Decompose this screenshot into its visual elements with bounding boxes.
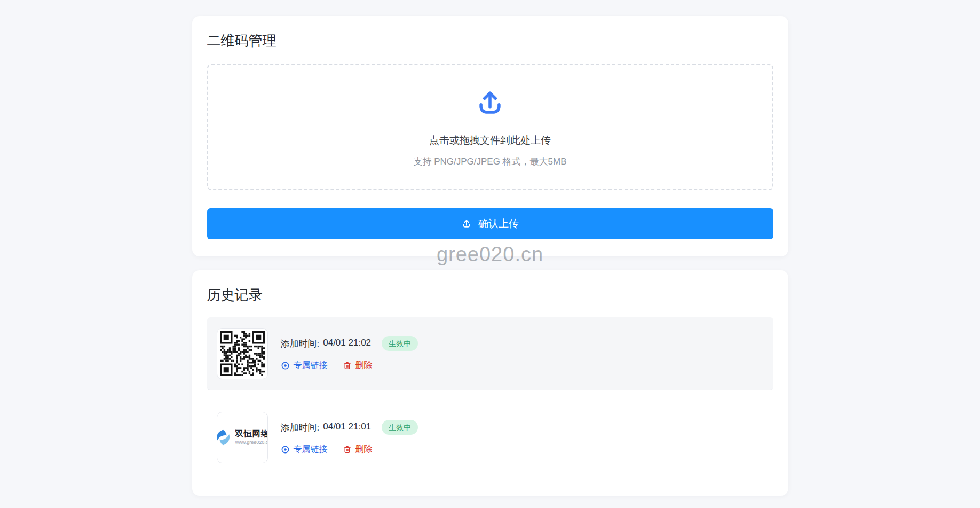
upload-icon <box>475 87 505 120</box>
confirm-upload-button[interactable]: 确认上传 <box>207 208 773 239</box>
history-item: 添加时间: 04/01 21:02 生效中 专属链接 <box>207 317 773 390</box>
upload-button-icon <box>461 218 472 229</box>
added-time-label: 添加时间: <box>281 338 320 350</box>
dropzone-hint-text: 支持 PNG/JPG/JPEG 格式，最大5MB <box>413 155 566 168</box>
history-title: 历史记录 <box>207 285 773 304</box>
page-title: 二维码管理 <box>207 31 773 50</box>
added-time: 添加时间: 04/01 21:01 <box>281 421 372 434</box>
logo-company-name: 双恒网络 <box>235 429 268 439</box>
dropzone-main-text: 点击或拖拽文件到此处上传 <box>429 134 551 147</box>
confirm-upload-label: 确认上传 <box>478 217 519 231</box>
logo-swirl-icon <box>217 428 233 447</box>
exclusive-link-button[interactable]: 专属链接 <box>281 360 328 371</box>
upload-dropzone[interactable]: 点击或拖拽文件到此处上传 支持 PNG/JPG/JPEG 格式，最大5MB <box>207 64 773 190</box>
delete-button[interactable]: 删除 <box>343 444 373 455</box>
status-badge: 生效中 <box>382 336 418 351</box>
eye-icon <box>281 445 290 454</box>
eye-icon <box>281 361 290 370</box>
page-content: 二维码管理 点击或拖拽文件到此处上传 支持 PNG/JPG/JPEG 格式，最大… <box>192 0 788 496</box>
qr-code-graphic <box>220 331 265 376</box>
status-badge: 生效中 <box>382 420 418 435</box>
added-time-label: 添加时间: <box>281 421 320 434</box>
history-card: 历史记录 添加时间: 04/01 21:02 生效中 <box>192 270 788 496</box>
logo-image[interactable]: 双恒网络 www.gree020.cn <box>217 412 268 463</box>
added-time-value: 04/01 21:02 <box>323 338 371 350</box>
exclusive-link-button[interactable]: 专属链接 <box>281 444 328 455</box>
qr-manage-card: 二维码管理 点击或拖拽文件到此处上传 支持 PNG/JPG/JPEG 格式，最大… <box>192 16 788 256</box>
delete-button[interactable]: 删除 <box>343 360 373 371</box>
history-item: 双恒网络 www.gree020.cn 添加时间: 04/01 21:01 生效… <box>207 401 773 474</box>
added-time: 添加时间: 04/01 21:02 <box>281 338 372 350</box>
qr-code-image[interactable] <box>217 328 268 379</box>
trash-icon <box>343 445 352 454</box>
trash-icon <box>343 361 352 370</box>
added-time-value: 04/01 21:01 <box>323 421 371 434</box>
logo-url-text: www.gree020.cn <box>235 440 268 446</box>
